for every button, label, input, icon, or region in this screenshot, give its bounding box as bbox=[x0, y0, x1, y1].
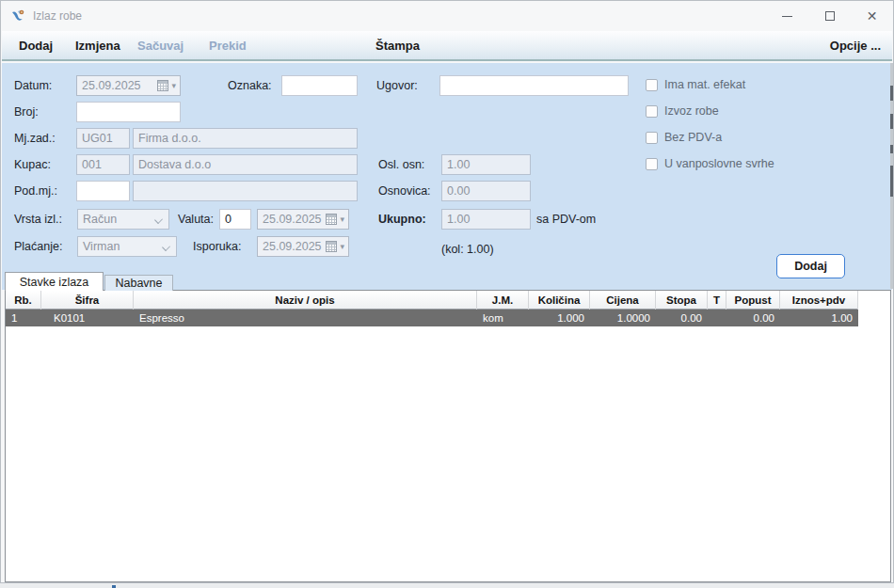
col-jm[interactable]: J.M. bbox=[477, 291, 529, 310]
checkbox-bez-pdv-a[interactable]: Bez PDV-a bbox=[646, 131, 722, 144]
toolbar-sacuvaj: Sačuvaj bbox=[137, 39, 184, 53]
close-icon: ✕ bbox=[867, 9, 878, 23]
checkbox-u-vanposlovne-svrhe[interactable]: U vanposlovne svrhe bbox=[646, 157, 774, 170]
cell-iznos-pdv: 1.00 bbox=[780, 310, 858, 326]
osl-osn-label: Osl. osn: bbox=[378, 158, 424, 171]
datum-value: 25.09.2025 bbox=[82, 79, 157, 92]
oznaka-label: Oznaka: bbox=[228, 79, 272, 92]
col-rb[interactable]: Rb. bbox=[6, 291, 41, 310]
cell-naziv: Espresso bbox=[134, 310, 477, 326]
edge-scrollbar-segment bbox=[890, 86, 893, 101]
vrsta-izl-select[interactable]: Račun bbox=[77, 209, 169, 230]
checkbox-icon bbox=[646, 132, 658, 144]
calendar-icon bbox=[157, 80, 168, 91]
checkbox-icon bbox=[646, 105, 658, 118]
toolbar-opcije[interactable]: Opcije ... bbox=[830, 39, 881, 53]
cell-stopa: 0.00 bbox=[656, 310, 708, 326]
minimize-button[interactable] bbox=[766, 1, 808, 31]
cell-cijena: 1.0000 bbox=[590, 310, 656, 326]
osl-osn-input bbox=[441, 154, 531, 175]
col-naziv[interactable]: Naziv / opis bbox=[134, 291, 477, 310]
valuta-label: Valuta: bbox=[178, 213, 214, 226]
close-button[interactable]: ✕ bbox=[851, 1, 893, 31]
cell-popust: 0.00 bbox=[726, 310, 780, 326]
checkbox-icon bbox=[646, 79, 658, 91]
col-sifra[interactable]: Šifra bbox=[41, 291, 134, 310]
isporuka-date-field: 25.09.2025 ▾ bbox=[257, 236, 349, 257]
broj-input[interactable] bbox=[76, 102, 181, 122]
vrsta-izl-value: Račun bbox=[83, 213, 117, 226]
edge-scrollbar-segment bbox=[890, 114, 893, 129]
mjzad-code-input bbox=[76, 128, 130, 149]
col-popust[interactable]: Popust bbox=[726, 291, 780, 310]
valuta-date-value: 25.09.2025 bbox=[263, 213, 326, 226]
add-row-button[interactable]: Dodaj bbox=[776, 254, 845, 278]
calendar-icon bbox=[326, 214, 337, 225]
osnovica-input bbox=[441, 181, 531, 201]
vrsta-izl-label: Vrsta izl.: bbox=[14, 213, 62, 226]
document-header-form: Datum: 25.09.2025 ▾ Oznaka: Ugovor: Broj… bbox=[2, 63, 892, 290]
table-header: Rb. Šifra Naziv / opis J.M. Količina Cij… bbox=[6, 291, 858, 310]
maximize-icon bbox=[825, 11, 835, 21]
tab-stavke-izlaza[interactable]: Stavke izlaza bbox=[5, 272, 104, 291]
podmj-name-input bbox=[133, 181, 358, 201]
col-cijena[interactable]: Cijena bbox=[590, 291, 656, 310]
kolicina-note: (kol: 1.00) bbox=[441, 243, 494, 256]
chevron-down-icon[interactable]: ▾ bbox=[171, 81, 176, 90]
ugovor-label: Ugovor: bbox=[376, 79, 418, 92]
checkbox-label: U vanposlovne svrhe bbox=[664, 157, 774, 170]
datum-field[interactable]: 25.09.2025 ▾ bbox=[76, 75, 181, 96]
tab-nabavne[interactable]: Nabavne bbox=[104, 275, 173, 291]
maximize-button[interactable] bbox=[808, 1, 851, 31]
podmj-label: Pod.mj.: bbox=[14, 184, 57, 198]
checkbox-label: Bez PDV-a bbox=[664, 131, 722, 144]
osnovica-label: Osnovica: bbox=[378, 184, 431, 198]
checkbox-label: Ima mat. efekat bbox=[664, 78, 745, 91]
app-window: Izlaz robe ✕ Dodaj Izmjena Sačuvaj Preki… bbox=[0, 0, 894, 583]
items-table-panel: Rb. Šifra Naziv / opis J.M. Količina Cij… bbox=[5, 290, 891, 582]
placanje-select[interactable]: Virman bbox=[77, 236, 177, 257]
toolbar-izmjena[interactable]: Izmjena bbox=[75, 39, 120, 53]
title-bar: Izlaz robe ✕ bbox=[1, 1, 893, 31]
table-row[interactable]: 1 K0101 Espresso kom 1.000 1.0000 0.00 0… bbox=[6, 310, 858, 326]
kupac-name-input bbox=[133, 154, 358, 175]
toolbar-stampa[interactable]: Štampa bbox=[375, 39, 420, 53]
checkbox-label: Izvoz robe bbox=[664, 104, 719, 118]
ukupno-label: Ukupno: bbox=[378, 213, 426, 226]
chevron-down-icon: ▾ bbox=[340, 215, 344, 224]
cell-kolicina: 1.000 bbox=[529, 310, 590, 326]
ukupno-input bbox=[441, 209, 531, 230]
cell-jm: kom bbox=[477, 310, 529, 326]
podmj-code-input[interactable] bbox=[76, 181, 130, 201]
minimize-icon bbox=[782, 16, 792, 17]
chevron-down-icon bbox=[162, 243, 170, 251]
calendar-icon bbox=[326, 241, 337, 252]
datum-label: Datum: bbox=[14, 79, 52, 92]
checkbox-icon bbox=[646, 158, 658, 170]
placanje-label: Plaćanje: bbox=[14, 240, 62, 253]
col-t[interactable]: T bbox=[708, 291, 726, 310]
checkbox-izvoz-robe[interactable]: Izvoz robe bbox=[646, 104, 719, 118]
edge-scrollbar-segment bbox=[890, 145, 893, 153]
ugovor-input[interactable] bbox=[439, 75, 629, 96]
col-iznos-pdv[interactable]: Iznos+pdv bbox=[780, 291, 858, 310]
chevron-down-icon: ▾ bbox=[340, 242, 344, 251]
kupac-code-input bbox=[76, 154, 130, 175]
window-bottom-edge bbox=[0, 583, 894, 588]
mjzad-label: Mj.zad.: bbox=[14, 132, 56, 145]
broj-label: Broj: bbox=[14, 105, 39, 119]
cell-rb: 1 bbox=[6, 310, 41, 326]
edge-scrollbar-thumb[interactable] bbox=[890, 166, 893, 197]
kupac-label: Kupac: bbox=[14, 158, 51, 171]
col-stopa[interactable]: Stopa bbox=[656, 291, 708, 310]
toolbar-prekid: Prekid bbox=[209, 39, 247, 53]
valuta-input[interactable] bbox=[219, 209, 251, 230]
sa-pdv-om-note: sa PDV-om bbox=[536, 213, 596, 226]
oznaka-input[interactable] bbox=[281, 75, 358, 96]
toolbar-dodaj[interactable]: Dodaj bbox=[19, 39, 53, 53]
chevron-down-icon bbox=[154, 215, 163, 224]
window-title: Izlaz robe bbox=[33, 9, 82, 23]
col-kolicina[interactable]: Količina bbox=[529, 291, 590, 310]
checkbox-ima-mat-efekat[interactable]: Ima mat. efekat bbox=[646, 78, 745, 91]
isporuka-label: Isporuka: bbox=[193, 240, 241, 253]
